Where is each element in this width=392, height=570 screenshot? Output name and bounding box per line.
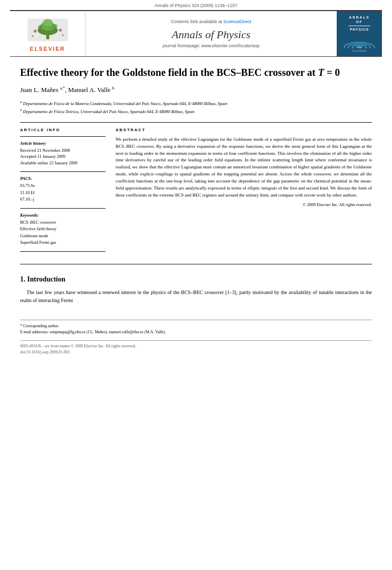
info-rule-bottom [20, 251, 106, 252]
annals-divider [348, 26, 370, 26]
corresponding-author-note: * Corresponding author. E-mail addresses… [20, 323, 372, 335]
annals-wave-icon [342, 33, 377, 48]
kw-2: Effective field theory [20, 226, 106, 233]
svg-point-8 [62, 34, 64, 36]
kw-3: Goldstone mode [20, 233, 106, 240]
footer-issn: 0003-4916/$ – see front matter © 2009 El… [20, 343, 372, 349]
author-a-sup: a,* [60, 86, 65, 90]
abstract-text: We perform a detailed study of the effec… [116, 136, 372, 199]
keywords-list: BCS–BEC crossover Effective field theory… [20, 219, 106, 246]
header-rule [20, 122, 372, 123]
ref-link-1-3: [1–3] [225, 290, 236, 295]
abstract-col: ABSTRACT We perform a detailed study of … [116, 128, 372, 256]
keywords-label: Keywords: [20, 213, 106, 218]
info-rule-kw [20, 208, 106, 209]
svg-point-5 [34, 30, 37, 33]
affil-a-line: a Departamento de Física de la Materia C… [20, 100, 372, 107]
annals-physics-text: PHYSICS [350, 28, 369, 31]
section-rule [20, 264, 372, 264]
journal-title-text: Annals of Physics [172, 28, 250, 41]
copyright-line: © 2009 Elsevier Inc. All rights reserved… [116, 202, 372, 207]
footnote-area: * Corresponding author. E-mail addresses… [20, 320, 372, 335]
info-rule-top [20, 136, 106, 137]
journal-center: Contents lists available at ScienceDirec… [85, 11, 337, 56]
sciencedirect-link[interactable]: ScienceDirect [224, 19, 252, 24]
citation-text: Annals of Physics 324 (2009) 1136–1157 [155, 3, 238, 8]
affil-b-sup: b [20, 108, 22, 112]
two-col-section: ARTICLE INFO Article history: Received 2… [20, 128, 372, 256]
footer-doi: doi:10.1016/j.aop.2009.01.003 [20, 349, 372, 355]
content-area: Effective theory for the Goldstone field… [0, 57, 392, 365]
kw-1: BCS–BEC crossover [20, 219, 106, 226]
article-info-header: ARTICLE INFO [20, 128, 106, 132]
pacs-3: 67.10,–j [20, 196, 106, 203]
pacs-codes: 03.75.Ss 11.10.Ef 67.10,–j [20, 182, 106, 203]
svg-point-6 [59, 29, 62, 32]
available-text: Available online 22 January 2009 [20, 160, 106, 166]
history-label: Article history: [20, 141, 106, 146]
svg-point-7 [32, 35, 34, 37]
pacs-1: 03.75.Ss [20, 182, 106, 189]
svg-point-10 [53, 24, 57, 28]
footer-bar: 0003-4916/$ – see front matter © 2009 El… [20, 340, 372, 355]
svg-point-9 [38, 25, 42, 29]
pacs-section: PACS: 03.75.Ss 11.10.Ef 67.10,–j [20, 176, 106, 203]
introduction-section: 1. Introduction The last few years have … [20, 275, 372, 305]
received-text: Received 21 November 2008 [20, 147, 106, 154]
svg-point-4 [43, 19, 53, 26]
annals-certified-text: CrossMark [352, 49, 366, 52]
pacs-2: 11.10.Ef [20, 189, 106, 197]
citation-bar: Annals of Physics 324 (2009) 1136–1157 [0, 0, 392, 10]
author-b-sup: b [112, 86, 114, 90]
accepted-text: Accepted 11 January 2009 [20, 153, 106, 160]
elsevier-logo-box: ELSEVIER [10, 11, 85, 56]
intro-paragraph: The last few years have witnessed a rene… [20, 289, 372, 305]
contents-line: Contents lists available at ScienceDirec… [171, 19, 251, 24]
journal-header: ELSEVIER Contents lists available at Sci… [10, 10, 382, 57]
article-info-col: ARTICLE INFO Article history: Received 2… [20, 128, 106, 256]
journal-homepage-text: journal homepage: www.elsevier.com/locat… [163, 43, 260, 48]
paper-title: Effective theory for the Goldstone field… [20, 66, 372, 79]
annals-logo-inner: ANNALS OF PHYSICS CrossMark [341, 15, 378, 52]
section-title: 1. Introduction [20, 275, 372, 283]
affil-a-sup: a [20, 100, 22, 104]
annals-logo-box: ANNALS OF PHYSICS CrossMark [337, 11, 382, 56]
annals-title-text: ANNALS OF [349, 15, 369, 24]
authors-line: Juan L. Mañes a,*, Manuel A. Valle b [20, 86, 372, 94]
pacs-label: PACS: [20, 176, 106, 181]
kw-4: Superfluid Fermi gas [20, 239, 106, 246]
page-wrapper: Annals of Physics 324 (2009) 1136–1157 [0, 0, 392, 365]
history-section: Article history: Received 21 November 20… [20, 141, 106, 166]
keywords-section: Keywords: BCS–BEC crossover Effective fi… [20, 213, 106, 246]
math-T: T [318, 67, 324, 78]
info-rule-mid [20, 171, 106, 172]
abstract-header: ABSTRACT [116, 128, 372, 132]
affil-b-line: b Departamento de Física Teórica, Univer… [20, 108, 372, 115]
svg-point-14 [356, 46, 362, 48]
affiliations-block: a Departamento de Física de la Materia C… [20, 100, 372, 115]
elsevier-brand-text: ELSEVIER [30, 46, 65, 52]
elsevier-tree-icon [25, 16, 70, 44]
